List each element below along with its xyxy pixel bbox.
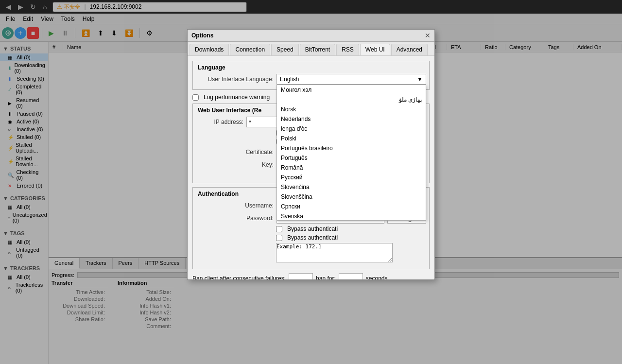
bypass-row: Bypass authenticati bbox=[196, 225, 426, 232]
modal-tabs: Downloads Connection Speed BitTorrent RS… bbox=[188, 42, 434, 56]
lang-option-norsk[interactable]: Norsk bbox=[277, 104, 426, 114]
modal-tab-connection[interactable]: Connection bbox=[230, 44, 270, 55]
modal-title-text: Options bbox=[191, 32, 213, 39]
cert-label: Certificate: bbox=[196, 149, 274, 156]
password-label: Password: bbox=[196, 215, 274, 222]
lang-option-slovak[interactable]: Slovenčina bbox=[277, 182, 426, 192]
language-dropdown-list: Монгол хэл پهاڑی ملؤ Norsk Nederlands le… bbox=[276, 85, 426, 221]
lang-option-pt[interactable]: Português bbox=[277, 153, 426, 163]
ban-row: Ban client after consecutive failures: 5… bbox=[192, 273, 430, 279]
ip-example-container: Example: 172.1 bbox=[276, 243, 426, 264]
selected-language-text: English bbox=[280, 76, 299, 83]
bypass2-label: Bypass authenticati bbox=[287, 234, 338, 241]
options-modal: Options ✕ Downloads Connection Speed Bit… bbox=[187, 29, 435, 280]
lang-option-pahadi[interactable]: پهاڑی ملؤ bbox=[277, 95, 426, 104]
lang-option-pt-br[interactable]: Português brasileiro bbox=[277, 143, 426, 153]
language-dropdown-selected[interactable]: English ▼ bbox=[276, 74, 426, 85]
username-label: Username: bbox=[196, 202, 274, 209]
lang-option-mongolian[interactable]: Монгол хэл bbox=[277, 85, 426, 95]
lang-option-russian[interactable]: Русский bbox=[277, 173, 426, 182]
lang-option-polish[interactable]: Polski bbox=[277, 134, 426, 143]
lang-option-swedish[interactable]: Svenska bbox=[277, 211, 426, 221]
language-section-title: Language bbox=[196, 64, 227, 71]
ui-language-label: User Interface Language: bbox=[196, 76, 274, 83]
ban-seconds-label: seconds bbox=[366, 275, 388, 279]
modal-tab-bittorrent[interactable]: BitTorrent bbox=[300, 44, 335, 55]
ban-label: Ban client after consecutive failures: bbox=[192, 275, 286, 279]
log-perf-checkbox[interactable] bbox=[192, 94, 199, 101]
lang-option-dutch[interactable]: Nederlands bbox=[277, 114, 426, 124]
lang-option-serbian[interactable]: Српски bbox=[277, 202, 426, 211]
ip-address-label: IP address: bbox=[196, 119, 243, 125]
modal-tab-rss[interactable]: RSS bbox=[336, 44, 359, 55]
bypass2-row: Bypass authenticati bbox=[196, 234, 426, 241]
ui-language-row: User Interface Language: English ▼ Монго… bbox=[196, 74, 426, 85]
modal-tab-advanced[interactable]: Advanced bbox=[391, 44, 428, 55]
lang-option-occitan[interactable]: lenga d'òc bbox=[277, 124, 426, 134]
language-dropdown[interactable]: English ▼ Монгол хэл پهاڑی ملؤ Norsk Ned… bbox=[276, 74, 426, 85]
modal-close-button[interactable]: ✕ bbox=[425, 32, 431, 39]
bypass-checkbox[interactable] bbox=[276, 226, 282, 232]
language-section: Language User Interface Language: Englis… bbox=[192, 61, 430, 90]
modal-tab-webui[interactable]: Web UI bbox=[360, 44, 390, 55]
modal-overlay: Options ✕ Downloads Connection Speed Bit… bbox=[0, 0, 622, 364]
ip-whitelist-textarea[interactable]: Example: 172.1 bbox=[276, 243, 393, 262]
lang-option-slovenian[interactable]: Slovenščina bbox=[277, 192, 426, 202]
modal-title-bar: Options ✕ bbox=[188, 30, 434, 42]
key-label: Key: bbox=[196, 161, 274, 168]
bypass-label: Bypass authenticati bbox=[287, 225, 338, 232]
modal-body: Language User Interface Language: Englis… bbox=[188, 56, 434, 279]
modal-tab-downloads[interactable]: Downloads bbox=[190, 44, 229, 55]
ban-duration-input[interactable]: 3600 bbox=[339, 273, 363, 279]
modal-tab-speed[interactable]: Speed bbox=[271, 44, 299, 55]
auth-section-title: Authentication bbox=[196, 191, 241, 197]
ban-failures-input[interactable]: 5 bbox=[289, 273, 313, 279]
ban-for-label: ban for: bbox=[316, 275, 336, 279]
webui-section-title: Web User Interface (Re bbox=[196, 107, 263, 114]
bypass2-checkbox[interactable] bbox=[276, 235, 282, 241]
lang-option-romanian[interactable]: Română bbox=[277, 163, 426, 173]
log-perf-label: Log performance warning bbox=[204, 94, 270, 101]
dropdown-arrow-icon: ▼ bbox=[417, 76, 423, 83]
